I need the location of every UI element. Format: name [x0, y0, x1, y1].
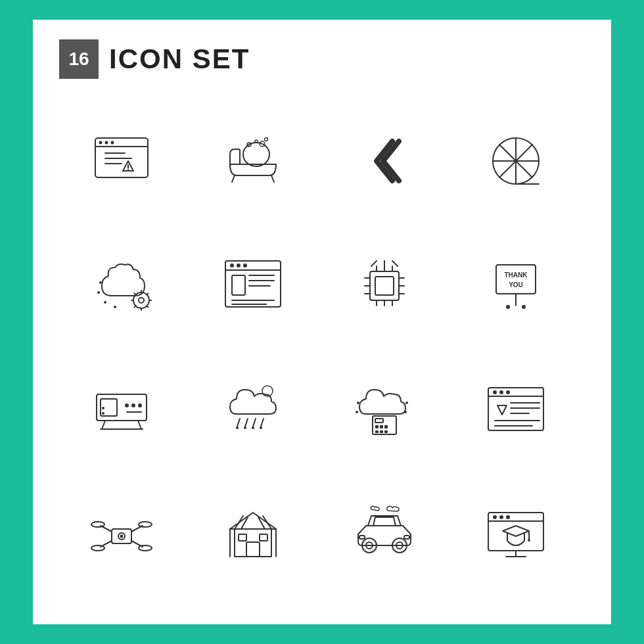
education-monitor-icon — [483, 503, 549, 568]
svg-point-39 — [237, 264, 241, 267]
web-ui-icon — [483, 378, 549, 444]
rainy-cloud-icon — [220, 378, 286, 444]
svg-rect-98 — [380, 425, 383, 428]
svg-rect-141 — [404, 536, 409, 539]
bathtub-icon — [220, 128, 286, 194]
svg-point-72 — [125, 403, 129, 407]
svg-point-144 — [493, 515, 497, 519]
web-ui-icon-cell — [460, 355, 572, 467]
svg-rect-41 — [232, 275, 245, 295]
svg-line-84 — [245, 419, 248, 426]
svg-point-34 — [104, 301, 106, 304]
svg-point-149 — [528, 539, 530, 541]
pizza-icon — [483, 128, 549, 194]
drone-icon-cell — [66, 480, 177, 591]
svg-point-33 — [97, 291, 100, 294]
car-icon — [352, 503, 417, 568]
svg-line-28 — [134, 293, 135, 294]
svg-point-93 — [405, 402, 408, 404]
svg-line-61 — [371, 261, 377, 266]
svg-line-77 — [102, 421, 105, 429]
webpage-icon-cell — [197, 230, 309, 342]
svg-rect-96 — [375, 419, 383, 423]
svg-point-91 — [357, 402, 359, 404]
svg-point-106 — [499, 390, 503, 394]
cloud-calculator-icon-cell — [329, 355, 440, 467]
svg-point-13 — [255, 140, 258, 143]
svg-point-10 — [127, 170, 129, 171]
svg-rect-133 — [260, 534, 267, 541]
svg-text:YOU: YOU — [509, 281, 523, 288]
svg-point-11 — [243, 143, 269, 166]
svg-line-31 — [134, 306, 135, 308]
svg-line-85 — [253, 419, 256, 426]
brain-settings-icon-cell — [66, 230, 177, 342]
svg-point-38 — [230, 264, 234, 267]
svg-point-107 — [506, 390, 510, 394]
svg-rect-99 — [384, 425, 388, 428]
svg-line-78 — [138, 421, 141, 429]
rainy-cloud-icon-cell — [197, 355, 309, 467]
svg-point-87 — [236, 426, 239, 429]
cloud-calculator-icon — [352, 378, 417, 444]
web-warning-icon — [89, 128, 154, 194]
svg-rect-64 — [496, 265, 536, 294]
svg-rect-48 — [375, 277, 394, 295]
svg-rect-132 — [239, 534, 246, 541]
building-icon — [220, 503, 286, 568]
education-monitor-icon-cell — [460, 480, 572, 591]
svg-rect-101 — [380, 430, 383, 433]
page-title: ICON SET — [109, 43, 250, 75]
svg-point-68 — [506, 305, 510, 309]
svg-point-124 — [120, 535, 124, 538]
svg-point-145 — [499, 515, 503, 519]
drone-icon — [89, 503, 154, 568]
svg-point-94 — [404, 411, 407, 413]
svg-point-88 — [244, 426, 246, 429]
svg-rect-47 — [370, 271, 399, 300]
svg-point-146 — [506, 515, 510, 519]
brain-settings-icon — [89, 253, 154, 319]
svg-line-30 — [147, 293, 149, 294]
webpage-icon — [220, 253, 286, 319]
svg-point-32 — [99, 281, 102, 284]
cpu-chip-icon-cell — [329, 230, 440, 342]
svg-rect-103 — [488, 388, 543, 430]
car-icon-cell — [329, 480, 440, 591]
svg-rect-140 — [359, 536, 365, 539]
svg-line-86 — [261, 419, 264, 426]
svg-point-15 — [265, 138, 268, 141]
building-icon-cell — [197, 480, 309, 591]
server-icon-cell — [66, 355, 177, 467]
svg-point-81 — [102, 412, 104, 415]
svg-rect-131 — [246, 542, 260, 557]
svg-point-23 — [139, 298, 144, 303]
web-warning-icon-cell — [66, 105, 177, 217]
svg-point-119 — [91, 522, 104, 527]
svg-point-73 — [131, 403, 135, 407]
cpu-chip-icon — [352, 253, 417, 319]
svg-rect-97 — [375, 425, 379, 428]
svg-point-80 — [102, 407, 104, 409]
svg-point-120 — [139, 522, 152, 527]
header: 16 ICON SET — [59, 39, 585, 79]
pizza-icon-cell — [460, 105, 572, 217]
svg-rect-102 — [384, 430, 388, 433]
number-badge: 16 — [59, 39, 99, 79]
svg-point-40 — [243, 264, 247, 267]
chevron-left-icon — [352, 128, 417, 194]
svg-point-3 — [105, 141, 108, 145]
chevron-left-icon-cell — [329, 105, 440, 217]
svg-text:THANK: THANK — [505, 271, 528, 279]
svg-line-83 — [237, 419, 240, 426]
svg-point-105 — [493, 390, 497, 394]
thank-you-sign-icon-cell: THANK YOU — [460, 230, 572, 342]
icon-grid: THANK YOU — [59, 99, 585, 598]
bathtub-icon-cell — [197, 105, 309, 217]
svg-point-4 — [111, 141, 114, 145]
svg-rect-100 — [375, 430, 379, 433]
svg-point-35 — [114, 306, 116, 308]
svg-point-2 — [99, 141, 103, 145]
svg-point-74 — [138, 403, 142, 407]
svg-point-92 — [356, 411, 358, 413]
